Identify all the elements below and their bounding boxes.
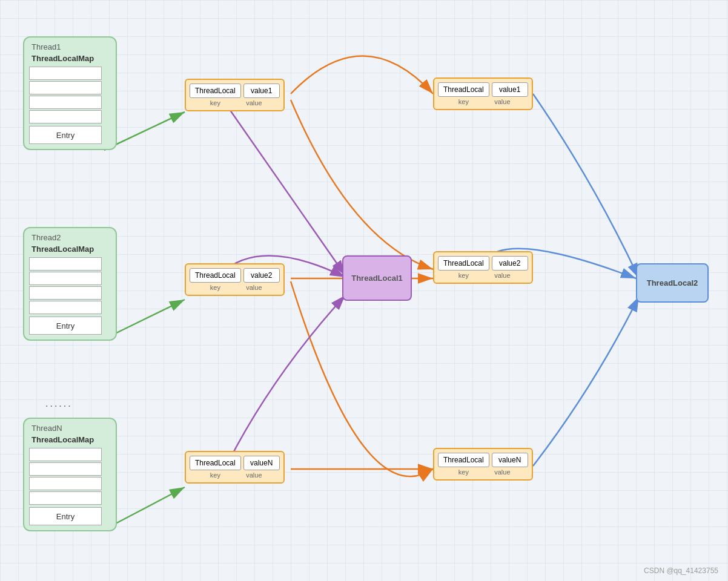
entryN-key: ThreadLocal <box>190 456 241 470</box>
threadN-box: ThreadN ThreadLocalMap Entry <box>23 418 117 531</box>
thread1-title: ThreadLocalMap <box>29 54 111 63</box>
threadN-row4 <box>29 491 102 505</box>
ref-entryN-value: valueN <box>492 453 528 467</box>
threadN-row1 <box>29 448 102 461</box>
entryN-labels: key value <box>197 471 272 479</box>
entry2-value-label: value <box>236 284 272 291</box>
entry1-inner: ThreadLocal value1 <box>190 84 280 98</box>
thread1-row2 <box>29 81 102 94</box>
ref-entry2-key-label: key <box>445 272 481 279</box>
watermark: CSDN @qq_41423755 <box>644 566 718 575</box>
entry2-inner: ThreadLocal value2 <box>190 268 280 283</box>
thread1-row4 <box>29 110 102 123</box>
ref-entry1-value-label: value <box>484 98 520 105</box>
ref-entryN-inner: ThreadLocal valueN <box>438 453 528 467</box>
threadN-row3 <box>29 477 102 490</box>
entry2-box: ThreadLocal value2 key value <box>185 263 285 296</box>
thread2-row1 <box>29 257 102 271</box>
entryN-value: valueN <box>243 456 280 470</box>
thread2-entry: Entry <box>29 317 102 335</box>
thread2-box: Thread2 ThreadLocalMap Entry <box>23 227 117 341</box>
thread2-label: Thread2 <box>29 233 111 242</box>
dots-label: ...... <box>45 398 73 409</box>
ref-entry2-value: value2 <box>492 256 528 271</box>
threadlocal1-label: ThreadLocal1 <box>351 274 403 283</box>
entryN-value-label: value <box>236 471 272 479</box>
ref-entry2-value-label: value <box>484 272 520 279</box>
thread1-entry: Entry <box>29 126 102 144</box>
entry1-value-label: value <box>236 99 272 107</box>
ref-entryN-key-label: key <box>445 468 481 476</box>
threadN-rows <box>29 448 111 505</box>
threadlocal1-box: ThreadLocal1 <box>342 255 412 301</box>
entry2-labels: key value <box>197 284 272 291</box>
thread2-row3 <box>29 286 102 300</box>
thread2-row2 <box>29 272 102 285</box>
entry2-key: ThreadLocal <box>190 268 241 283</box>
ref-entry1-value: value1 <box>492 82 528 97</box>
ref-entry2-labels: key value <box>445 272 520 279</box>
threadlocal2-label: ThreadLocal2 <box>647 278 698 287</box>
entry1-box: ThreadLocal value1 key value <box>185 79 285 111</box>
entryN-box: ThreadLocal valueN key value <box>185 451 285 484</box>
ref-entryN-value-label: value <box>484 468 520 476</box>
ref-entry1-labels: key value <box>445 98 520 105</box>
entry1-key: ThreadLocal <box>190 84 241 98</box>
entryN-key-label: key <box>197 471 233 479</box>
thread1-label: Thread1 <box>29 42 111 51</box>
threadN-entry: Entry <box>29 507 102 525</box>
ref-entry1-key: ThreadLocal <box>438 82 489 97</box>
thread2-rows <box>29 257 111 314</box>
ref-entry1-box: ThreadLocal value1 key value <box>433 77 533 110</box>
thread2-row4 <box>29 301 102 314</box>
ref-entryN-key: ThreadLocal <box>438 453 489 467</box>
threadlocal2-box: ThreadLocal2 <box>636 263 709 303</box>
entry1-key-label: key <box>197 99 233 107</box>
entryN-inner: ThreadLocal valueN <box>190 456 280 470</box>
thread1-box: Thread1 ThreadLocalMap Entry <box>23 36 117 150</box>
thread2-title: ThreadLocalMap <box>29 245 111 254</box>
threadN-label: ThreadN <box>29 424 111 433</box>
ref-entry1-inner: ThreadLocal value1 <box>438 82 528 97</box>
ref-entry1-key-label: key <box>445 98 481 105</box>
ref-entry2-key: ThreadLocal <box>438 256 489 271</box>
thread1-rows <box>29 67 111 123</box>
entry1-value: value1 <box>243 84 280 98</box>
thread1-row1 <box>29 67 102 80</box>
entry1-labels: key value <box>197 99 272 107</box>
threadN-title: ThreadLocalMap <box>29 435 111 444</box>
entry2-value: value2 <box>243 268 280 283</box>
diagram: Thread1 ThreadLocalMap Entry Thread2 Thr… <box>0 0 728 581</box>
entry2-key-label: key <box>197 284 233 291</box>
ref-entryN-labels: key value <box>445 468 520 476</box>
ref-entry2-inner: ThreadLocal value2 <box>438 256 528 271</box>
threadN-row2 <box>29 462 102 476</box>
thread1-row3 <box>29 96 102 109</box>
ref-entryN-box: ThreadLocal valueN key value <box>433 448 533 481</box>
ref-entry2-box: ThreadLocal value2 key value <box>433 251 533 284</box>
